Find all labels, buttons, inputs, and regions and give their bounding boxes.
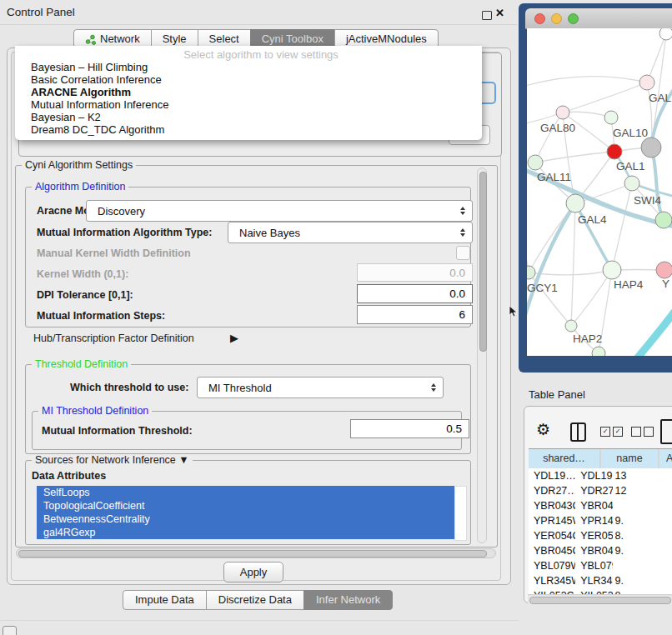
- hub-definition-label[interactable]: Hub/Transcription Factor Definition: [33, 332, 194, 344]
- threshold-combobox[interactable]: MI Threshold: [197, 377, 444, 398]
- table-row[interactable]: YER054CYER054C8.: [529, 528, 672, 543]
- column-header-name[interactable]: name: [601, 449, 658, 468]
- settings-vertical-scrollbar[interactable]: [477, 168, 487, 543]
- column-header-shared[interactable]: shared…: [529, 449, 599, 468]
- table-cell: YLR345W: [529, 573, 575, 588]
- table-row[interactable]: YBL079WYBL079W: [529, 558, 672, 573]
- network-node-gcy1[interactable]: [527, 266, 535, 279]
- table-body: YDL19…YDL19…13YDR27…YDR27…12YBR043CYBR04…: [529, 468, 672, 594]
- settings-horizontal-scrollbar[interactable]: [16, 548, 496, 558]
- algorithm-option-list: Bayesian – Hill ClimbingBasic Correlatio…: [17, 61, 480, 136]
- checked-box-icon: ✓: [613, 427, 623, 437]
- combo-stepper-icon: [456, 228, 469, 237]
- network-node-gal4[interactable]: [566, 194, 584, 212]
- algo-option-aracne-algorithm[interactable]: ARACNE Algorithm: [17, 86, 480, 98]
- network-edge[interactable]: [535, 152, 614, 162]
- table-row[interactable]: YLR345WYLR345W9.: [529, 573, 672, 588]
- network-edge[interactable]: [612, 183, 632, 270]
- table-cell: YPR145W: [529, 513, 575, 528]
- table-cell: YLR345W: [575, 573, 613, 588]
- table-cell: 8.: [613, 528, 672, 543]
- tab-impute-data[interactable]: Impute Data: [123, 590, 207, 610]
- table-row[interactable]: YDR27…YDR27…12: [529, 483, 672, 498]
- algo-option-bayesian-hill-climbing[interactable]: Bayesian – Hill Climbing: [17, 61, 480, 73]
- minimize-traffic-light-icon[interactable]: [551, 13, 562, 24]
- network-node-hap2[interactable]: [565, 320, 577, 332]
- network-node-gal10[interactable]: [604, 111, 618, 124]
- table-cell: [613, 558, 672, 573]
- select-all-checks-icon[interactable]: ✓ ✓: [600, 427, 623, 437]
- import-table-icon[interactable]: [660, 419, 672, 444]
- mi-threshold-input[interactable]: 0.5: [350, 419, 469, 438]
- network-edge[interactable]: [571, 270, 612, 326]
- scrollbar-thumb[interactable]: [529, 597, 671, 604]
- mi-threshold-group-title: MI Threshold Definition: [38, 405, 152, 417]
- network-edge[interactable]: [563, 112, 611, 118]
- network-window-titlebar[interactable]: [525, 8, 672, 29]
- network-icon: [85, 34, 96, 45]
- zoom-traffic-light-icon[interactable]: [568, 13, 579, 24]
- network-node[interactable]: [641, 138, 661, 158]
- aracne-mode-combobox[interactable]: Discovery: [86, 200, 473, 222]
- network-node[interactable]: [592, 347, 605, 356]
- attribute-item-selfloops[interactable]: SelfLoops: [37, 486, 454, 499]
- column-header-a[interactable]: A: [659, 449, 672, 468]
- network-edge[interactable]: [563, 82, 647, 112]
- table-row[interactable]: YDL19…YDL19…13: [529, 468, 672, 483]
- table-horizontal-scrollbar[interactable]: [528, 594, 672, 604]
- unselect-all-checks-icon[interactable]: [631, 427, 654, 437]
- network-edge[interactable]: [571, 203, 575, 326]
- network-node-gal80[interactable]: [556, 106, 569, 119]
- tab-discretize-data[interactable]: Discretize Data: [206, 590, 304, 610]
- apply-button[interactable]: Apply: [223, 562, 283, 582]
- network-node[interactable]: [655, 212, 672, 228]
- attribute-list-scrollbar[interactable]: [454, 486, 467, 541]
- network-node[interactable]: [659, 28, 672, 40]
- scrollbar-thumb[interactable]: [18, 550, 487, 558]
- float-window-icon[interactable]: [482, 11, 492, 20]
- algo-option-basic-correlation-inference[interactable]: Basic Correlation Inference: [17, 73, 480, 86]
- scrollbar-thumb[interactable]: [479, 172, 487, 352]
- attribute-item-gal4rgexp[interactable]: gal4RGexp: [37, 526, 454, 539]
- tab-infer-network[interactable]: Infer Network: [303, 590, 393, 610]
- network-node-swi4[interactable]: [624, 176, 639, 191]
- network-node-y[interactable]: [656, 262, 672, 278]
- network-node-gal1[interactable]: [607, 144, 622, 159]
- data-attributes-list: SelfLoopsTopologicalCoefficientBetweenne…: [37, 486, 454, 539]
- dpi-tolerance-input[interactable]: 0.0: [357, 284, 473, 303]
- network-node-hap4[interactable]: [603, 261, 621, 279]
- table-cell: YER054C: [529, 528, 575, 543]
- split-panel-icon[interactable]: [570, 422, 586, 442]
- network-edge[interactable]: [651, 148, 664, 220]
- table-row[interactable]: YPR145WYPR145W9.: [529, 513, 672, 528]
- algorithm-definition-title: Algorithm Definition: [32, 181, 128, 192]
- collapse-arrow-icon[interactable]: ▼: [178, 454, 188, 466]
- table-cell: YBR043C: [529, 498, 575, 513]
- node-label-gal1: GAL1: [616, 160, 645, 172]
- network-edge[interactable]: [527, 203, 575, 332]
- corner-widget-icon[interactable]: [3, 626, 17, 635]
- mi-steps-input[interactable]: 6: [357, 305, 473, 324]
- network-node-gal[interactable]: [639, 75, 654, 90]
- close-icon[interactable]: ✕: [495, 7, 504, 19]
- aracne-mode-value: Discovery: [87, 205, 456, 218]
- close-traffic-light-icon[interactable]: [534, 13, 545, 24]
- algo-option-bayesian-k2[interactable]: Bayesian – K2: [17, 111, 480, 123]
- gear-icon[interactable]: ⚙: [536, 420, 550, 439]
- manual-kernel-checkbox[interactable]: [456, 246, 470, 260]
- algo-option-mutual-information-inference[interactable]: Mutual Information Inference: [17, 98, 480, 111]
- expand-arrow-icon[interactable]: ▶: [230, 332, 238, 344]
- attribute-item-betweennesscentrality[interactable]: BetweennessCentrality: [37, 512, 454, 526]
- algo-option-dream8-dc-tdc-algorithm[interactable]: Dream8 DC_TDC Algorithm: [17, 123, 480, 136]
- network-edge[interactable]: [630, 308, 672, 356]
- table-row[interactable]: YIL053CYIL053C8.: [529, 588, 672, 594]
- mi-threshold-label: Mutual Information Threshold:: [42, 425, 193, 437]
- table-row[interactable]: YBR043CYBR043C: [529, 498, 672, 513]
- table-row[interactable]: YBR045CYBR045C9.: [529, 543, 672, 558]
- network-node-gal11[interactable]: [528, 155, 543, 170]
- table-cell: YBL079W: [529, 558, 575, 573]
- network-edge[interactable]: [527, 77, 647, 87]
- mi-type-combobox[interactable]: Naive Bayes: [228, 222, 473, 243]
- network-canvas[interactable]: GALGAL80GAL10GAL1GAL11SWI4GAL4GCY1HAP4YH…: [527, 28, 672, 356]
- attribute-item-topologicalcoefficient[interactable]: TopologicalCoefficient: [37, 499, 454, 512]
